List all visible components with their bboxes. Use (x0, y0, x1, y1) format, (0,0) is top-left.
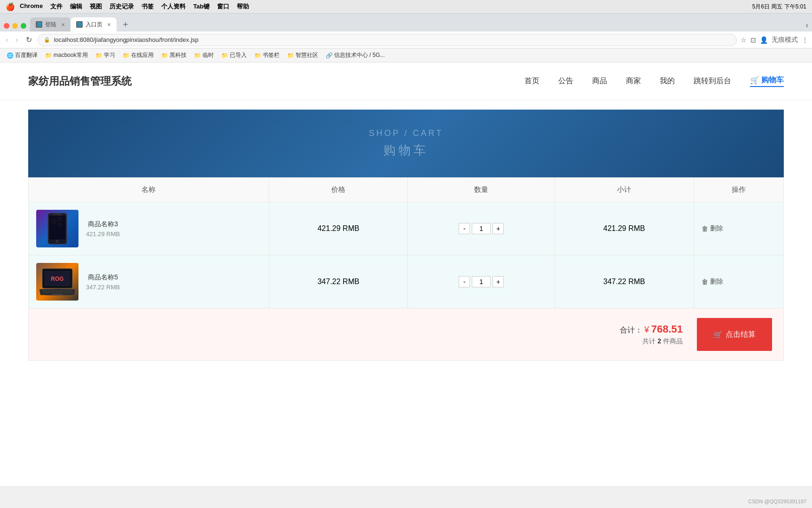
tab-entrypage[interactable]: 🌐 入口页 ✕ (70, 17, 117, 32)
notrack-label: 无痕模式 (772, 36, 798, 44)
nav-cart[interactable]: 🛒 购物车 (750, 75, 784, 87)
nav-merchants[interactable]: 商家 (626, 76, 641, 86)
bookmark-ict[interactable]: 🔗 信息技术中心 / 5G... (323, 50, 388, 60)
macos-menu-bar: 🍎 Chrome 文件 编辑 视图 历史记录 书签 个人资料 Tab键 窗口 帮… (0, 0, 812, 14)
nav-backend[interactable]: 跳转到后台 (694, 76, 731, 86)
view-menu[interactable]: 视图 (90, 2, 102, 11)
close-window-button[interactable] (4, 23, 9, 29)
product-price-sub-1: 421.29 RMB (86, 230, 120, 238)
bookmark-temp[interactable]: 📁 临时 (191, 50, 217, 60)
bookmark-label: 百度翻译 (15, 51, 38, 59)
checkout-button[interactable]: 🛒 点击结算 (697, 318, 772, 351)
help-menu[interactable]: 帮助 (237, 2, 249, 11)
checkout-cart-icon: 🛒 (713, 330, 723, 339)
tab-entrypage-close[interactable]: ✕ (107, 22, 111, 27)
qty-increase-1[interactable]: + (492, 223, 504, 234)
window-menu[interactable]: 窗口 (217, 2, 229, 11)
split-tab-icon[interactable]: ⊡ (750, 36, 756, 44)
cart-row-1: 商品名称3 421.29 RMB 421.29 RMB - + 42 (29, 202, 784, 255)
file-menu[interactable]: 文件 (50, 2, 62, 11)
bookmark-label: 黑科技 (170, 51, 187, 59)
trash-icon-2: 🗑 (702, 278, 708, 286)
subtotal-cell-1: 421.29 RMB (555, 202, 694, 255)
history-menu[interactable]: 历史记录 (109, 2, 134, 11)
bookmark-imported[interactable]: 📁 已导入 (219, 50, 250, 60)
bookmark-label: macbook常用 (54, 51, 88, 59)
site-title: 家纺用品销售管理系统 (28, 74, 524, 88)
main-page: 家纺用品销售管理系统 首页 公告 商品 商家 我的 跳转到后台 🛒 购物车 SH… (0, 63, 812, 486)
reload-button[interactable]: ↻ (24, 34, 34, 45)
qty-decrease-1[interactable]: - (459, 223, 470, 234)
chrome-tab-bar: 🌐 登陆 ✕ 🌐 入口页 ✕ ＋ ‹ (0, 14, 812, 32)
delete-button-2[interactable]: 🗑 删除 (702, 278, 776, 286)
tab-arrow-left[interactable]: ‹ (806, 21, 808, 30)
bookmarks-menu[interactable]: 书签 (141, 2, 154, 11)
col-name: 名称 (29, 178, 269, 202)
tab-entrypage-favicon: 🌐 (76, 21, 83, 28)
tab-navigation-arrows: ‹ (806, 21, 808, 30)
qty-decrease-2[interactable]: - (459, 276, 470, 287)
bookmark-star-icon[interactable]: ☆ (741, 36, 747, 44)
tab-menu[interactable]: Tab键 (193, 2, 210, 11)
bookmark-online-apps[interactable]: 📁 在线应用 (120, 50, 156, 60)
bookmark-folder-icon: 📁 (194, 52, 201, 59)
qty-control-2: - + (415, 276, 547, 287)
col-action: 操作 (694, 178, 783, 202)
bookmark-study[interactable]: 📁 学习 (93, 50, 118, 60)
new-tab-button[interactable]: ＋ (118, 18, 133, 30)
bookmark-tech[interactable]: 📁 黑科技 (158, 50, 189, 60)
tab-login-close[interactable]: ✕ (61, 22, 65, 27)
bookmark-folder-icon: 📁 (287, 52, 294, 59)
svg-rect-14 (42, 290, 72, 294)
nav-mine[interactable]: 我的 (660, 76, 675, 86)
delete-button-1[interactable]: 🗑 删除 (702, 224, 776, 233)
bookmark-link-icon: 🔗 (326, 52, 333, 59)
product-info-2: ROG 商品名称5 347.22 RMB (36, 263, 261, 301)
product-info-1: 商品名称3 421.29 RMB (36, 210, 261, 247)
bookmark-bar[interactable]: 📁 书签栏 (251, 50, 282, 60)
svg-point-6 (53, 220, 55, 223)
profile-icon[interactable]: 👤 (760, 36, 768, 44)
url-bar[interactable]: 🔒 localhost:8080/jiafangyongpinxiaoshou/… (38, 34, 737, 46)
apple-icon[interactable]: 🍎 (6, 2, 15, 11)
nav-home[interactable]: 首页 (524, 76, 539, 86)
profile-menu[interactable]: 个人资料 (161, 2, 186, 11)
qty-increase-2[interactable]: + (492, 276, 504, 287)
traffic-lights (4, 23, 26, 29)
address-bar-actions: ☆ ⊡ 👤 无痕模式 ⋮ (741, 36, 808, 44)
bookmarks-bar: 🌐 百度翻译 📁 macbook常用 📁 学习 📁 在线应用 📁 黑科技 📁 临… (0, 48, 812, 63)
edit-menu[interactable]: 编辑 (70, 2, 82, 11)
bookmark-community[interactable]: 📁 智慧社区 (284, 50, 321, 60)
svg-point-4 (59, 214, 60, 215)
nav-products[interactable]: 商品 (592, 76, 607, 86)
menu-icon[interactable]: ⋮ (802, 36, 808, 44)
col-subtotal: 小计 (555, 178, 694, 202)
forward-button[interactable]: › (14, 35, 20, 45)
count-num: 2 (657, 337, 661, 345)
qty-input-2[interactable] (472, 276, 491, 287)
svg-rect-16 (52, 294, 63, 295)
total-count: 共计 2 件商品 (620, 337, 683, 346)
hero-banner: SHOP / CART 购物车 (28, 110, 784, 177)
bookmark-baidu-translate[interactable]: 🌐 百度翻译 (4, 50, 40, 60)
tab-login[interactable]: 🌐 登陆 ✕ (30, 17, 70, 32)
total-amount: 合计： ¥ 768.51 (620, 323, 683, 335)
product-name-1: 商品名称3 (86, 220, 120, 229)
hero-title: 购物车 (28, 142, 784, 159)
cart-row-2: ROG 商品名称5 347.22 RMB 347.22 RMB (29, 255, 784, 309)
bookmark-label: 学习 (104, 51, 115, 59)
delete-label-2: 删除 (710, 278, 723, 286)
total-label: 合计： (620, 326, 642, 334)
bookmark-label: 智慧社区 (296, 51, 318, 59)
bookmark-macbook[interactable]: 📁 macbook常用 (42, 50, 91, 60)
action-cell-2: 🗑 删除 (694, 255, 783, 309)
nav-announcement[interactable]: 公告 (558, 76, 573, 86)
qty-cell-2: - + (408, 255, 555, 309)
maximize-window-button[interactable] (21, 23, 26, 29)
chrome-menu[interactable]: Chrome (20, 2, 43, 11)
back-button[interactable]: ‹ (4, 35, 10, 45)
qty-input-1[interactable] (472, 223, 491, 234)
price-cell-1: 421.29 RMB (269, 202, 407, 255)
minimize-window-button[interactable] (12, 23, 18, 29)
bookmark-folder-icon: 📁 (45, 52, 52, 59)
